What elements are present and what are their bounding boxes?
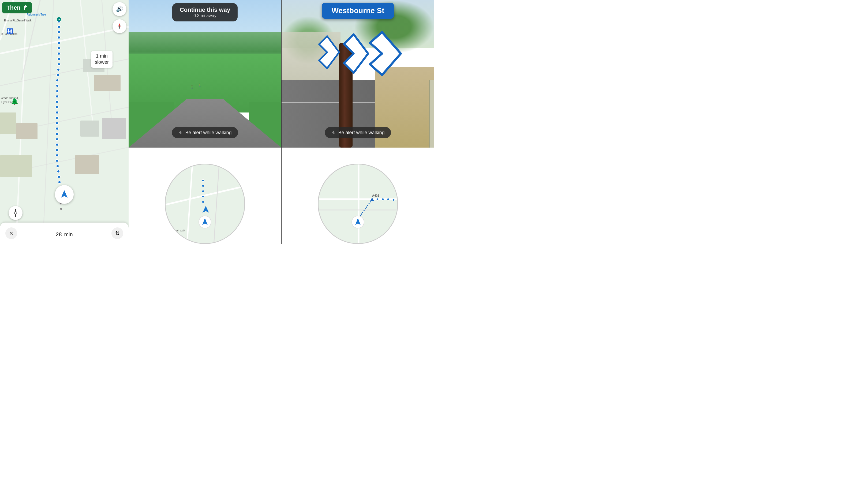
svg-point-34 [56,100,58,103]
svg-point-30 [56,79,59,82]
bottom-bar: ✕ 28 min ⇅ [0,223,129,244]
then-label: Then [6,4,21,11]
svg-text:Emma FitzGerald Walk: Emma FitzGerald Walk [4,19,32,22]
svg-point-35 [56,106,58,108]
svg-point-46 [56,165,59,167]
svg-point-74 [202,185,204,187]
nav-card-center: Continue this way 0.3 mi away [172,3,238,22]
volume-button[interactable]: 🔊 [113,2,126,16]
svg-point-64 [14,212,17,214]
alert-badge-right: ⚠ Be alert while walking [325,127,391,138]
time-display: 28 min [56,228,72,238]
mini-map-center[interactable]: ckworth Walk [165,164,245,244]
svg-point-33 [56,95,58,98]
svg-point-32 [56,90,59,92]
mini-map-right[interactable]: A402 [318,164,398,244]
alert-icon-center: ⚠ [178,130,182,135]
svg-point-31 [56,85,59,87]
svg-rect-15 [81,121,99,137]
mini-map-arrow-center [198,215,212,230]
svg-marker-63 [61,190,67,198]
slower-line2: slower [95,59,109,65]
svg-point-92 [382,198,384,200]
volume-icon: 🔊 [116,6,123,12]
svg-point-53 [60,208,62,210]
ar-right-panel: Westbourne St ⚠ Be alert while walking [282,0,434,244]
compass-button[interactable] [113,19,126,33]
svg-point-76 [202,196,204,198]
svg-marker-83 [344,34,368,73]
svg-rect-17 [0,112,16,134]
ar-arrows [312,27,403,86]
then-button[interactable]: Then ↱ [2,2,32,13]
map-panel: Emma FitzGerald Walk Reformer's Tree e P… [0,0,129,244]
alert-badge-center: ⚠ Be alert while walking [172,127,238,138]
svg-point-75 [202,190,204,192]
svg-point-28 [57,68,60,71]
svg-point-23 [58,41,60,44]
svg-point-21 [58,31,60,33]
walker-2: 🚶 [198,84,202,87]
then-arrow-icon: ↱ [23,4,28,11]
svg-point-42 [56,143,58,146]
alert-icon-right: ⚠ [331,130,335,135]
svg-point-44 [56,154,58,157]
svg-point-22 [58,36,60,39]
svg-point-37 [56,117,58,119]
toilet-icon: 🚻 [7,28,13,35]
nav-arrow-map [55,185,74,204]
svg-text:✦: ✦ [58,18,60,21]
svg-point-26 [58,58,60,60]
alert-text-center: Be alert while walking [185,130,231,135]
svg-point-24 [58,47,60,50]
svg-point-94 [393,199,395,201]
nav-card-title: Continue this way [180,6,230,13]
svg-marker-82 [319,36,339,68]
svg-point-45 [56,159,58,162]
svg-point-47 [57,170,60,173]
slower-tooltip: 1 min slower [91,51,113,68]
street-name-banner: Westbourne St [322,3,394,19]
time-value: 28 [56,231,62,237]
svg-point-39 [56,127,58,130]
mini-map-arrow-right [351,215,365,230]
wall [429,80,434,148]
svg-point-36 [56,111,58,114]
svg-point-48 [58,175,60,178]
svg-marker-84 [370,32,401,75]
time-unit: min [64,231,72,237]
svg-point-20 [58,26,60,28]
svg-point-40 [56,133,58,135]
svg-rect-16 [102,118,126,139]
park-icon: 🌲 [11,98,19,105]
svg-point-43 [56,149,58,151]
svg-point-29 [57,74,59,76]
svg-rect-12 [94,75,121,91]
svg-point-91 [376,198,378,200]
svg-point-77 [202,201,204,203]
svg-text:ckworth Walk: ckworth Walk [171,229,185,232]
close-button[interactable]: ✕ [5,227,17,239]
svg-point-27 [58,63,60,66]
ar-center-panel: 🚶 🚶 Continue this way 0.3 mi away ⚠ Be a… [129,0,281,244]
svg-point-25 [58,52,60,55]
svg-text:Reformer's Tree: Reformer's Tree [27,13,46,16]
route-options-button[interactable]: ⇅ [112,227,123,239]
svg-point-41 [56,138,58,141]
svg-rect-14 [75,155,99,174]
slower-line1: 1 min [95,53,109,59]
svg-point-73 [202,180,204,182]
svg-text:A402: A402 [372,194,379,197]
svg-point-93 [387,198,389,200]
svg-rect-13 [0,155,32,177]
location-crosshair-button[interactable] [8,206,23,220]
walker-1: 🚶 [190,85,194,89]
street-name-text: Westbourne St [331,6,384,15]
svg-rect-18 [16,123,37,139]
svg-point-49 [58,181,61,184]
svg-point-38 [56,122,58,125]
nav-card-subtitle: 0.3 mi away [180,13,230,18]
svg-rect-69 [165,164,245,244]
alert-text-right: Be alert while walking [338,130,384,135]
